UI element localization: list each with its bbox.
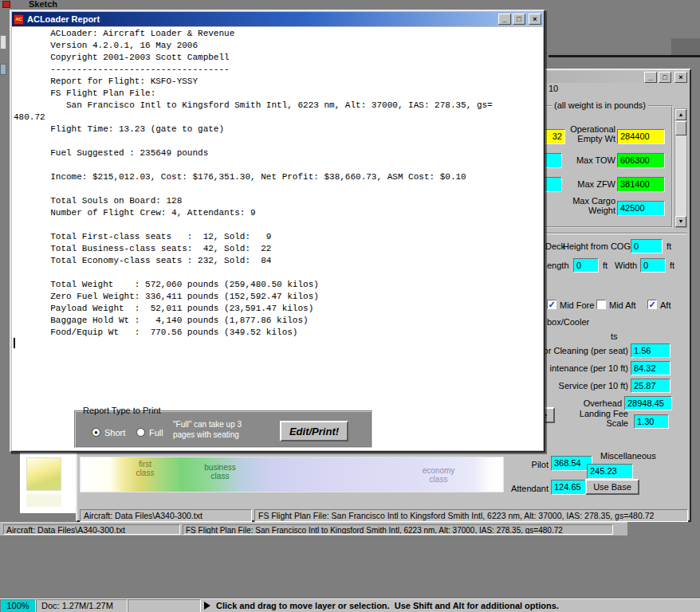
weights-group-label: (all weight is in pounds) — [552, 100, 648, 111]
background-toolbar-block — [671, 38, 700, 55]
report-maximize-button[interactable]: □ — [513, 14, 525, 25]
costs-header-fragment: ts — [611, 332, 618, 342]
height-from-cog-field[interactable]: 0 — [631, 239, 663, 253]
length-unit-label: ft — [603, 261, 608, 271]
height-from-cog-label: Height from COG — [563, 241, 628, 252]
print-type-group-label: Report Type to Print — [81, 406, 163, 416]
mid-fore-checkbox[interactable]: ✓ — [547, 300, 556, 309]
mid-aft-label[interactable]: Mid Aft — [609, 300, 636, 311]
radio-full[interactable] — [136, 428, 145, 437]
width-field[interactable]: 0 — [640, 258, 666, 273]
operational-empty-wt-field[interactable]: 284400 — [617, 129, 665, 144]
icebox-cooler-label-fragment: box/Cooler — [547, 317, 589, 328]
radio-short-label[interactable]: Short — [104, 428, 125, 438]
settings-minimize-button[interactable]: _ — [644, 72, 657, 83]
background-app-title-fragment: Sketch — [29, 0, 57, 9]
max-zfw-label: Max ZFW — [550, 179, 615, 190]
miscellaneous-cost-field[interactable]: 245.23 — [587, 464, 633, 479]
report-text: ACLoader: Aircraft Loader & Revenue Vers… — [14, 28, 493, 339]
operational-empty-wt-label: Operational Empty Wt — [550, 124, 615, 143]
max-cargo-weight-field[interactable]: 42500 — [617, 201, 665, 216]
length-field[interactable]: 0 — [573, 258, 599, 273]
background-divider-line — [549, 55, 700, 57]
cleaning-cost-field[interactable]: 1.56 — [631, 343, 671, 358]
length-label-fragment: ength — [547, 261, 569, 271]
seat-map-strip: first class business class economy class — [80, 457, 504, 492]
max-tow-field[interactable]: 606300 — [617, 153, 665, 168]
flight-plan-status: FS Flight Plan File: San Francisco Intl … — [254, 509, 688, 522]
overhead-field[interactable]: 28948.45 — [624, 396, 672, 410]
toolbar-fragment — [0, 35, 6, 49]
business-class-label: business class — [198, 463, 242, 481]
width-label: Width — [615, 261, 637, 271]
maintenance-cost-field[interactable]: 84.32 — [631, 361, 671, 375]
max-cargo-weight-label: Max Cargo Weight — [550, 196, 615, 215]
mini-seatmap-footer — [26, 494, 61, 507]
aircraft-file-status: Aircraft: Data Files\A340-300.txt — [3, 524, 180, 535]
radio-short[interactable]: ● — [92, 428, 100, 437]
rear-panel — [20, 453, 78, 513]
print-type-groupbox: Report Type to Print ● Short Full "Full"… — [74, 410, 372, 448]
report-dialog-title: ACLoader Report — [27, 14, 498, 24]
aft-label[interactable]: Aft — [660, 300, 671, 311]
miscellaneous-label: Miscellaneous — [600, 451, 656, 461]
use-base-button[interactable]: Use Base — [585, 479, 639, 495]
landing-fee-scale-field[interactable]: 1.30 — [634, 414, 669, 429]
pilot-label: Pilot — [501, 460, 549, 470]
cog-unit-label: ft — [667, 241, 671, 252]
service-cost-field[interactable]: 25.87 — [631, 379, 671, 393]
economy-class-label: economy class — [416, 466, 461, 484]
settings-maximize-button[interactable]: □ — [659, 72, 671, 83]
aircraft-file-status: Aircraft: Data Files\A340-300.txt — [80, 509, 252, 522]
report-close-button[interactable]: × — [529, 14, 541, 25]
acloader-icon: AC — [14, 14, 24, 25]
full-report-note: "Full" can take up 3 pages with seating — [173, 419, 256, 440]
status-arrow-icon[interactable] — [204, 602, 210, 610]
mini-seatmap-thumbnail — [26, 457, 61, 491]
document-size-indicator: Doc: 1.27M/1.27M — [36, 599, 128, 612]
scroll-thumb[interactable] — [675, 121, 686, 135]
status-spacer-panel — [128, 599, 201, 612]
first-class-label: first class — [125, 460, 165, 477]
zoom-level-indicator[interactable]: 100% — [0, 599, 36, 612]
background-app-icon — [2, 1, 10, 8]
attendant-label: Attendant — [501, 484, 549, 494]
mid-aft-checkbox[interactable] — [596, 300, 606, 309]
report-titlebar[interactable]: AC ACLoader Report _ □ × — [12, 12, 543, 26]
width-unit-label: ft — [670, 261, 674, 271]
palette-fragment — [0, 64, 6, 75]
text-caret — [14, 338, 15, 348]
max-tow-label: Max TOW — [550, 155, 615, 166]
flight-plan-status: FS Flight Plan File: San Francisco Intl … — [183, 524, 613, 535]
edit-print-button[interactable]: Edit/Print! — [280, 421, 348, 441]
landing-fee-scale-label: Landing Fee Scale — [550, 409, 628, 428]
max-zfw-field[interactable]: 381400 — [617, 177, 665, 192]
mid-fore-label[interactable]: Mid Fore — [560, 300, 594, 311]
status-hint-text: Click and drag to move layer or selectio… — [216, 601, 559, 610]
scroll-up-button[interactable]: ▲ — [675, 109, 686, 120]
report-content-area: ACLoader: Aircraft Loader & Revenue Vers… — [12, 27, 543, 450]
report-minimize-button[interactable]: _ — [498, 14, 511, 25]
weights-scrollbar[interactable]: ▲ ▼ — [674, 108, 687, 228]
report-dialog: AC ACLoader Report _ □ × ACLoader: Aircr… — [10, 10, 545, 453]
aircraft-name-fragment: 10 — [549, 84, 558, 94]
radio-full-label[interactable]: Full — [149, 428, 163, 438]
app-status-bar: 100% Doc: 1.27M/1.27M Click and drag to … — [0, 598, 700, 612]
aft-checkbox[interactable]: ✓ — [647, 300, 657, 309]
main-window-status-bar: Aircraft: Data Files\A340-300.txt FS Fli… — [0, 522, 627, 536]
settings-close-button[interactable]: × — [674, 72, 687, 83]
scroll-down-button[interactable]: ▼ — [675, 216, 686, 227]
